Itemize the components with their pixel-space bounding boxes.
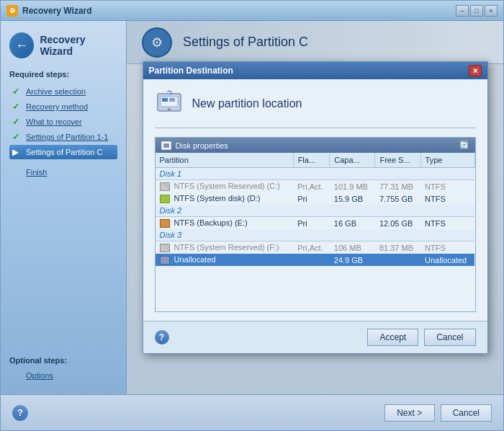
recovery-method-link[interactable]: Recovery method: [26, 102, 88, 111]
col-partition: Partition: [156, 153, 294, 168]
disk-props-icon: [161, 141, 171, 150]
sidebar-item-finish[interactable]: Finish: [9, 166, 117, 179]
table-row-selected[interactable]: Unallocated 24.9 GB Unallocated: [156, 254, 475, 266]
unallocated-icon: [160, 256, 170, 265]
dialog-content: New partition location Disk properties 🔄: [143, 79, 487, 321]
partition-free: [375, 254, 420, 266]
help-icon-bottom[interactable]: ?: [12, 405, 28, 421]
partition-flags: Pri: [293, 217, 330, 230]
svg-rect-4: [162, 98, 168, 102]
check-icon-1: ✓: [12, 86, 22, 97]
drive-icon: [160, 244, 170, 252]
check-icon-2: ✓: [12, 102, 22, 112]
disk-3-label: Disk 3: [156, 229, 475, 241]
table-header-row: Partition Fla... Capa... Free S... Type: [156, 153, 475, 168]
accept-button[interactable]: Accept: [367, 329, 418, 346]
app-icon: ⚙: [6, 5, 18, 17]
partition-free: 81.37 MB: [375, 241, 420, 254]
partition-type: NTFS: [420, 180, 474, 193]
check-icon-3: ✓: [12, 117, 22, 127]
svg-point-6: [168, 108, 171, 111]
settings-c-label: Settings of Partition C: [26, 148, 102, 156]
sidebar-item-options[interactable]: Options: [9, 369, 117, 382]
bottom-bar: ? Next > Cancel: [1, 394, 503, 430]
partition-type: NTFS: [420, 217, 474, 230]
table-row[interactable]: NTFS (System disk) (D:) Pri 15.9 GB 7.75…: [156, 192, 475, 205]
content-area: ← Recovery Wizard Required steps: ✓ Arch…: [1, 21, 503, 394]
optional-section: Optional steps: Options: [9, 356, 117, 383]
settings-1-1-link[interactable]: Settings of Partition 1-1: [26, 133, 108, 141]
partition-free: 7.755 GB: [375, 192, 420, 205]
finish-link[interactable]: Finish: [26, 168, 47, 177]
drive-icon: [160, 219, 170, 228]
table-row[interactable]: NTFS (System Reserved) (F:) Pri,Act. 106…: [156, 241, 475, 254]
partition-type: NTFS: [420, 241, 474, 254]
sidebar: ← Recovery Wizard Required steps: ✓ Arch…: [1, 21, 127, 394]
partition-name: Unallocated: [156, 254, 294, 266]
wizard-sidebar-icon: ←: [9, 32, 34, 58]
dialog-header: New partition location: [155, 88, 476, 128]
svg-rect-5: [169, 98, 175, 102]
sidebar-item-settings-1-1[interactable]: ✓ Settings of Partition 1-1: [9, 130, 117, 144]
partition-capacity: 15.9 GB: [330, 192, 375, 205]
drive-icon: [160, 182, 170, 191]
check-icon-4: ✓: [12, 132, 22, 142]
partition-type: Unallocated: [420, 254, 474, 266]
options-link[interactable]: Options: [26, 371, 53, 380]
cancel-button[interactable]: Cancel: [441, 404, 492, 422]
partition-capacity: 16 GB: [330, 217, 375, 230]
col-capacity: Capa...: [330, 153, 375, 168]
required-steps-label: Required steps:: [9, 70, 117, 79]
title-bar-left: ⚙ Recovery Wizard: [6, 5, 92, 17]
partition-name: NTFS (System Reserved) (F:): [156, 241, 294, 254]
partition-free: 77.31 MB: [375, 180, 420, 193]
sidebar-item-settings-c[interactable]: ▶ Settings of Partition C: [9, 145, 117, 159]
main-window: ⚙ Recovery Wizard – □ × ← Recovery Wizar…: [0, 0, 504, 431]
partition-table-scroll[interactable]: Partition Fla... Capa... Free S... Type: [156, 153, 475, 311]
col-type: Type: [420, 153, 474, 168]
partition-free: 12.05 GB: [375, 217, 420, 230]
table-row[interactable]: NTFS (System Reserved) (C:) Pri,Act. 101…: [156, 180, 475, 193]
title-bar-controls: – □ ×: [456, 5, 498, 17]
maximize-button[interactable]: □: [470, 5, 483, 17]
minimize-button[interactable]: –: [456, 5, 469, 17]
what-to-recover-link[interactable]: What to recover: [26, 117, 82, 126]
arrow-icon-active: ▶: [12, 147, 22, 157]
partition-destination-dialog: Partition Destination ✕: [143, 61, 488, 354]
sidebar-item-recovery-method[interactable]: ✓ Recovery method: [9, 99, 117, 114]
col-flags: Fla...: [293, 153, 330, 168]
dialog-help-icon[interactable]: ?: [155, 330, 169, 345]
partition-name: NTFS (Backups) (E:): [156, 217, 294, 230]
partition-flags: Pri,Act.: [293, 180, 330, 193]
table-row[interactable]: NTFS (Backups) (E:) Pri 16 GB 12.05 GB N…: [156, 217, 475, 230]
sidebar-item-what-to-recover[interactable]: ✓ What to recover: [9, 115, 117, 129]
disk-properties-label: Disk properties: [176, 141, 228, 150]
dialog-header-icon: [155, 88, 184, 119]
sidebar-item-archive-selection[interactable]: ✓ Archive selection: [9, 84, 117, 99]
disk-properties-container: Disk properties 🔄 Partition Fla...: [155, 137, 476, 312]
drive-icon: [160, 195, 170, 203]
partition-type: NTFS: [420, 192, 474, 205]
close-button[interactable]: ×: [485, 5, 498, 17]
partition-flags: Pri,Act.: [293, 241, 330, 254]
dialog-title-bar: Partition Destination ✕: [143, 62, 487, 79]
disk-1-label: Disk 1: [156, 168, 475, 180]
next-button[interactable]: Next >: [384, 404, 435, 422]
dialog-close-button[interactable]: ✕: [469, 65, 482, 76]
dialog-overlay: Partition Destination ✕: [127, 21, 503, 394]
disk-properties-header: Disk properties 🔄: [156, 138, 475, 153]
window-title: Recovery Wizard: [22, 6, 92, 16]
dialog-footer: ? Accept Cancel: [143, 321, 487, 353]
refresh-icon[interactable]: 🔄: [459, 141, 469, 150]
archive-selection-link[interactable]: Archive selection: [26, 87, 86, 96]
disk-2-label: Disk 2: [156, 205, 475, 217]
partition-name: NTFS (System Reserved) (C:): [156, 180, 294, 193]
partition-flags: [293, 254, 330, 266]
partition-name: NTFS (System disk) (D:): [156, 192, 294, 205]
partition-capacity: 106 MB: [330, 241, 375, 254]
dialog-cancel-button[interactable]: Cancel: [424, 329, 475, 346]
partition-capacity: 101.9 MB: [330, 180, 375, 193]
title-bar: ⚙ Recovery Wizard – □ ×: [1, 1, 503, 21]
wizard-sidebar-title: Recovery Wizard: [40, 34, 117, 57]
partition-table: Partition Fla... Capa... Free S... Type: [156, 153, 475, 266]
